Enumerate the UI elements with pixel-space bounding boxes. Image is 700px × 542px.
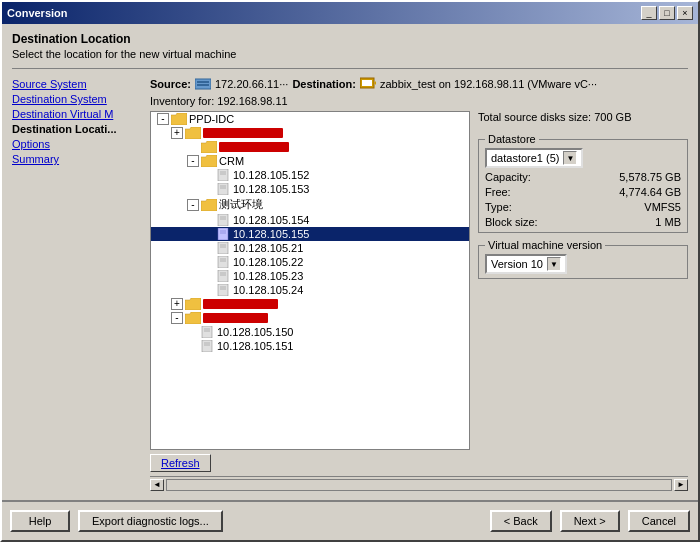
source-text: 172.20.66.11··· [215, 78, 288, 90]
redacted-bar-1 [203, 128, 283, 138]
tree-label-ip-155: 10.128.105.155 [233, 228, 309, 240]
folder-icon-redacted-3 [185, 298, 201, 310]
toggle-redacted-3[interactable]: + [171, 298, 183, 310]
tree-item-ip-151[interactable]: 10.128.105.151 [151, 339, 469, 353]
page-title: Destination Location [12, 32, 688, 46]
redacted-bar-4 [203, 313, 268, 323]
vm-version-select[interactable]: Version 10 ▼ [485, 254, 567, 274]
folder-icon-test-env [201, 199, 217, 211]
folder-icon-redacted-1 [185, 127, 201, 139]
inventory-value: 192.168.98.11 [217, 95, 287, 107]
tree-item-ip-21[interactable]: 10.128.105.21 [151, 241, 469, 255]
toggle-test-env[interactable]: - [187, 199, 199, 211]
blocksize-label: Block size: [485, 216, 538, 228]
title-bar: Conversion _ □ × [2, 2, 698, 24]
tree-item-redacted-4[interactable]: - [151, 311, 469, 325]
svg-rect-1 [197, 81, 209, 83]
tree-item-redacted-2[interactable] [151, 140, 469, 154]
tree-label-ppd-idc: PPD-IDC [189, 113, 234, 125]
help-button[interactable]: Help [10, 510, 70, 532]
doc-icon-ip-151 [201, 340, 215, 352]
toggle-ip-24 [203, 284, 215, 296]
free-label: Free: [485, 186, 511, 198]
tree-item-ip-153[interactable]: 10.128.105.153 [151, 182, 469, 196]
scroll-left-button[interactable]: ◄ [150, 479, 164, 491]
tree-item-ip-150[interactable]: 10.128.105.150 [151, 325, 469, 339]
svg-rect-18 [218, 242, 228, 254]
tree-label-ip-22: 10.128.105.22 [233, 256, 303, 268]
footer: Help Export diagnostic logs... < Back Ne… [2, 500, 698, 540]
cancel-button[interactable]: Cancel [628, 510, 690, 532]
toggle-redacted-4[interactable]: - [171, 312, 183, 324]
doc-icon-ip-153 [217, 183, 231, 195]
doc-icon-ip-154 [217, 214, 231, 226]
nav-destination-system[interactable]: Destination System [12, 92, 142, 106]
vm-version-select-arrow[interactable]: ▼ [547, 257, 561, 271]
vm-version-select-label: Version 10 [491, 258, 543, 270]
nav-summary[interactable]: Summary [12, 152, 142, 166]
datastore-group: Datastore datastore1 (5) ▼ Capacity: 5,5… [478, 139, 688, 233]
refresh-button[interactable]: Refresh [150, 454, 211, 472]
toggle-crm[interactable]: - [187, 155, 199, 167]
datastore-blocksize-row: Block size: 1 MB [485, 216, 681, 228]
vm-version-group: Virtual machine version Version 10 ▼ [478, 245, 688, 279]
minimize-button[interactable]: _ [641, 6, 657, 20]
window-title: Conversion [7, 7, 68, 19]
tree-item-ip-23[interactable]: 10.128.105.23 [151, 269, 469, 283]
tree-item-ip-22[interactable]: 10.128.105.22 [151, 255, 469, 269]
datastore-select-arrow[interactable]: ▼ [563, 151, 577, 165]
tree-scrollbar-area: ◄ ► [150, 476, 688, 492]
nav-options[interactable]: Options [12, 137, 142, 151]
redacted-bar-2 [219, 142, 289, 152]
tree-panel[interactable]: - PPD-IDC + [150, 111, 470, 450]
type-label: Type: [485, 201, 512, 213]
source-dest-bar: Source: 172.20.66.11··· Destination: zab… [150, 77, 688, 91]
right-content: Source: 172.20.66.11··· Destination: zab… [150, 77, 688, 492]
h-scrollbar[interactable] [166, 479, 672, 491]
tree-label-ip-153: 10.128.105.153 [233, 183, 309, 195]
window-content: Destination Location Select the location… [2, 24, 698, 500]
svg-rect-15 [218, 228, 228, 240]
doc-icon-ip-22 [217, 256, 231, 268]
toggle-ip-152 [203, 169, 215, 181]
toggle-ip-23 [203, 270, 215, 282]
datastore-select[interactable]: datastore1 (5) ▼ [485, 148, 583, 168]
tree-item-ip-154[interactable]: 10.128.105.154 [151, 213, 469, 227]
close-button[interactable]: × [677, 6, 693, 20]
datastore-select-label: datastore1 (5) [491, 152, 559, 164]
nav-destination-virtual-m[interactable]: Destination Virtual M [12, 107, 142, 121]
datastore-title: Datastore [485, 133, 539, 145]
tree-item-test-env[interactable]: - 测试环境 [151, 196, 469, 213]
total-size-value: 700 GB [594, 111, 631, 123]
total-size: Total source disks size: 700 GB [478, 111, 688, 123]
blocksize-value: 1 MB [655, 216, 681, 228]
toggle-redacted-2 [187, 141, 199, 153]
next-button[interactable]: Next > [560, 510, 620, 532]
toggle-redacted-1[interactable]: + [171, 127, 183, 139]
svg-rect-33 [202, 340, 212, 352]
maximize-button[interactable]: □ [659, 6, 675, 20]
folder-icon-redacted-2 [201, 141, 217, 153]
tree-item-ip-155[interactable]: 10.128.105.155 [151, 227, 469, 241]
nav-source-system[interactable]: Source System [12, 77, 142, 91]
tree-container: - PPD-IDC + [151, 112, 469, 353]
toggle-ip-151 [187, 340, 199, 352]
doc-icon-ip-24 [217, 284, 231, 296]
tree-item-ppd-idc[interactable]: - PPD-IDC [151, 112, 469, 126]
tree-item-redacted-1[interactable]: + [151, 126, 469, 140]
title-bar-buttons: _ □ × [641, 6, 693, 20]
export-logs-button[interactable]: Export diagnostic logs... [78, 510, 223, 532]
tree-item-ip-152[interactable]: 10.128.105.152 [151, 168, 469, 182]
back-button[interactable]: < Back [490, 510, 552, 532]
tree-item-ip-24[interactable]: 10.128.105.24 [151, 283, 469, 297]
info-panel: Total source disks size: 700 GB Datastor… [478, 111, 688, 450]
svg-rect-4 [362, 80, 372, 86]
svg-rect-21 [218, 256, 228, 268]
scroll-right-button[interactable]: ► [674, 479, 688, 491]
toggle-ppd-idc[interactable]: - [157, 113, 169, 125]
vm-icon [360, 77, 376, 91]
svg-rect-6 [218, 169, 228, 181]
tree-item-crm[interactable]: - CRM [151, 154, 469, 168]
tree-item-redacted-3[interactable]: + [151, 297, 469, 311]
svg-rect-2 [197, 84, 209, 86]
